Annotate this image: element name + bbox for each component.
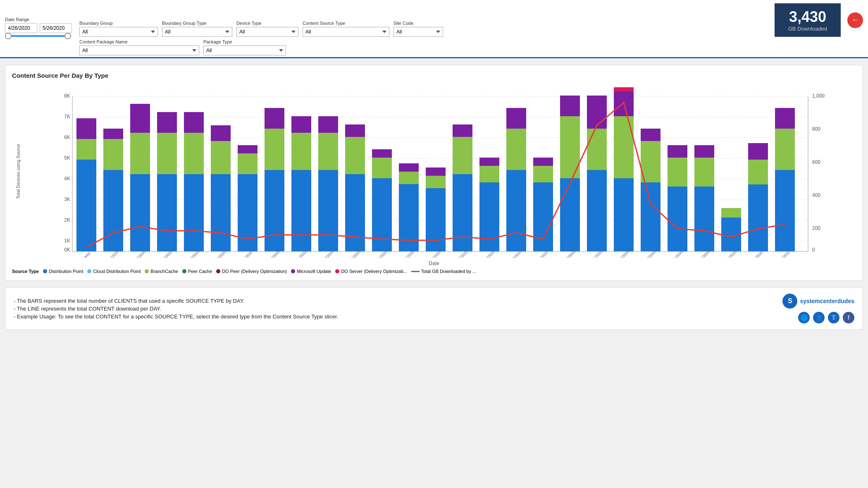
svg-rect-29 xyxy=(103,129,123,139)
content-source-type-label: Content Source Type xyxy=(303,21,389,26)
svg-rect-113 xyxy=(668,158,687,187)
site-code-filter: Site Code All xyxy=(393,21,443,37)
svg-rect-110 xyxy=(641,129,661,141)
facebook-icon[interactable]: f xyxy=(843,312,854,323)
svg-rect-45 xyxy=(211,125,231,141)
legend-item-total-gb: Total GB Downloaded by ... xyxy=(411,269,476,274)
svg-rect-25 xyxy=(76,118,96,139)
svg-rect-23 xyxy=(76,160,96,251)
site-code-select[interactable]: All xyxy=(393,27,443,37)
twitter-icon[interactable]: 𝕋 xyxy=(828,312,839,323)
svg-rect-49 xyxy=(238,145,258,153)
svg-rect-56 xyxy=(291,133,311,170)
svg-rect-108 xyxy=(641,182,661,251)
back-button[interactable]: ← xyxy=(847,12,863,28)
legend-item-dp: Distribution Point xyxy=(43,269,83,274)
site-code-label: Site Code xyxy=(393,21,443,26)
svg-rect-64 xyxy=(345,137,365,174)
legend-item-peer-cache: Peer Cache xyxy=(182,269,212,274)
svg-rect-87 xyxy=(506,170,526,251)
svg-rect-28 xyxy=(103,139,123,170)
svg-text:0: 0 xyxy=(812,247,815,253)
date-range-slider[interactable] xyxy=(5,35,75,37)
svg-rect-32 xyxy=(130,133,150,174)
svg-rect-91 xyxy=(533,182,553,251)
svg-rect-47 xyxy=(238,174,258,251)
svg-rect-57 xyxy=(291,116,311,133)
svg-rect-72 xyxy=(399,172,419,184)
device-type-filter: Device Type All xyxy=(236,21,298,37)
chart-legend: Source Type Distribution Point Cloud Dis… xyxy=(12,269,856,274)
globe-icon[interactable]: 🌐 xyxy=(798,312,810,323)
svg-rect-43 xyxy=(211,174,231,251)
svg-rect-85 xyxy=(479,158,499,166)
legend-item-ms-update: Microsoft Update xyxy=(291,269,331,274)
boundary-group-type-label: Boundary Group Type xyxy=(162,21,232,26)
device-type-select[interactable]: All xyxy=(236,27,298,37)
legend-item-do-server: DO Server (Delivery Optimizati... xyxy=(335,269,407,274)
boundary-group-select[interactable]: All xyxy=(79,27,158,37)
legend-source-type-label: Source Type xyxy=(12,269,39,274)
svg-rect-63 xyxy=(345,174,365,251)
user-icon[interactable]: 👤 xyxy=(813,312,825,323)
svg-rect-67 xyxy=(372,178,392,251)
info-text: - The BARS represent the total number of… xyxy=(14,298,338,320)
svg-rect-48 xyxy=(238,153,258,174)
content-package-name-select[interactable]: All xyxy=(79,45,199,55)
svg-rect-88 xyxy=(506,129,526,170)
svg-rect-75 xyxy=(426,188,446,251)
svg-rect-121 xyxy=(721,208,741,218)
logo-section: S systemcenterdudes 🌐 👤 𝕋 f xyxy=(782,294,854,323)
svg-text:1,000: 1,000 xyxy=(812,93,825,99)
svg-rect-33 xyxy=(130,104,150,133)
svg-rect-77 xyxy=(426,167,446,176)
date-from-input[interactable] xyxy=(5,23,37,33)
svg-rect-60 xyxy=(318,133,338,170)
content-source-type-filter: Content Source Type All xyxy=(303,21,389,37)
y-axis-left-label: Total Devices using Source xyxy=(12,84,24,259)
boundary-group-type-select[interactable]: All xyxy=(162,27,232,37)
chart-svg: 8K 7K 6K 5K 4K 3K 2K 1K 0K 1,000 800 600… xyxy=(24,84,856,258)
svg-text:200: 200 xyxy=(812,225,820,231)
svg-rect-118 xyxy=(694,145,714,158)
svg-rect-27 xyxy=(103,170,123,251)
svg-rect-129 xyxy=(775,108,795,129)
svg-text:4K: 4K xyxy=(64,176,70,182)
svg-rect-36 xyxy=(157,133,177,174)
svg-rect-53 xyxy=(265,108,284,129)
package-type-label: Package Type xyxy=(203,39,286,44)
logo-text: systemcenterdudes xyxy=(800,298,854,304)
svg-rect-125 xyxy=(748,143,768,160)
content-source-type-select[interactable]: All xyxy=(303,27,389,37)
svg-rect-92 xyxy=(533,166,553,182)
svg-rect-51 xyxy=(265,170,284,251)
svg-text:(Blank): (Blank) xyxy=(80,251,91,258)
package-type-select[interactable]: All xyxy=(203,45,286,55)
info-line-3: - Example Usage: To see the total CONTEN… xyxy=(14,313,338,320)
svg-text:2K: 2K xyxy=(64,217,70,223)
svg-rect-39 xyxy=(184,174,204,251)
svg-rect-79 xyxy=(453,174,472,251)
svg-rect-44 xyxy=(211,141,231,174)
svg-rect-93 xyxy=(533,158,553,166)
package-type-filter: Package Type All xyxy=(203,39,286,55)
back-btn[interactable]: ← xyxy=(847,12,863,28)
svg-rect-52 xyxy=(265,129,284,170)
svg-text:600: 600 xyxy=(812,159,820,165)
svg-rect-101 xyxy=(587,96,607,129)
content-package-name-filter: Content Package Name All xyxy=(79,39,199,55)
x-axis-label: Date xyxy=(12,261,856,266)
legend-item-do-peer: DO Peer (Delivery Optimization) xyxy=(216,269,287,274)
device-type-label: Device Type xyxy=(236,21,298,26)
svg-rect-81 xyxy=(453,124,472,137)
svg-rect-104 xyxy=(614,116,634,178)
svg-text:5K: 5K xyxy=(64,155,70,161)
date-range-label: Date Range xyxy=(5,17,75,22)
svg-rect-80 xyxy=(453,137,472,174)
svg-text:3K: 3K xyxy=(64,196,70,202)
date-to-input[interactable] xyxy=(40,23,72,33)
svg-rect-89 xyxy=(506,108,526,129)
legend-item-cdp: Cloud Distribution Point xyxy=(87,269,141,274)
content-package-name-label: Content Package Name xyxy=(79,39,199,44)
svg-rect-69 xyxy=(372,149,392,158)
